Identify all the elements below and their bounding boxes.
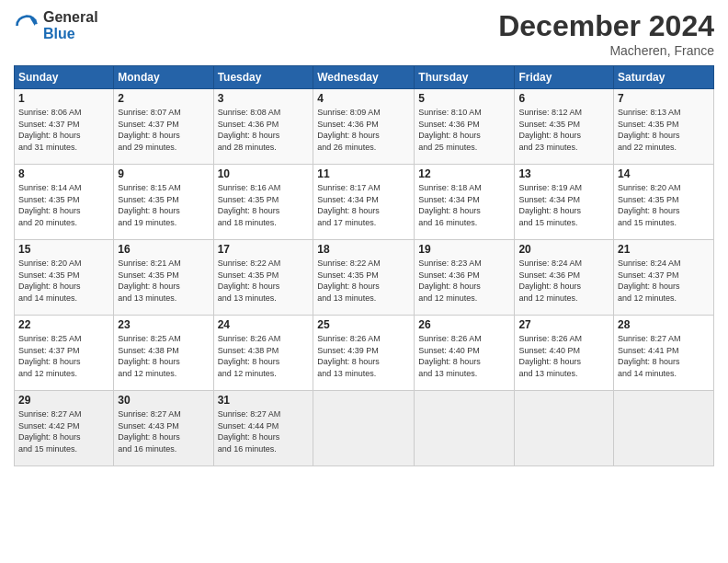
day-info: Sunrise: 8:08 AM Sunset: 4:36 PM Dayligh… xyxy=(218,107,310,153)
day-number: 29 xyxy=(18,394,109,407)
day-number: 25 xyxy=(317,318,410,331)
day-number: 10 xyxy=(218,167,310,180)
day-info: Sunrise: 8:26 AM Sunset: 4:40 PM Dayligh… xyxy=(518,333,609,379)
day-number: 28 xyxy=(618,318,710,331)
table-row: 18 Sunrise: 8:22 AM Sunset: 4:35 PM Dayl… xyxy=(313,240,415,316)
col-friday: Friday xyxy=(515,66,614,89)
col-tuesday: Tuesday xyxy=(213,66,313,89)
day-info: Sunrise: 8:14 AM Sunset: 4:35 PM Dayligh… xyxy=(18,182,109,228)
location: Macheren, France xyxy=(498,43,714,58)
day-number: 7 xyxy=(618,92,710,105)
table-row: 27 Sunrise: 8:26 AM Sunset: 4:40 PM Dayl… xyxy=(515,316,614,391)
day-number: 13 xyxy=(518,167,609,180)
day-info: Sunrise: 8:26 AM Sunset: 4:40 PM Dayligh… xyxy=(418,333,510,379)
table-row: 28 Sunrise: 8:27 AM Sunset: 4:41 PM Dayl… xyxy=(614,316,714,391)
day-number: 22 xyxy=(18,318,109,331)
day-number: 23 xyxy=(118,318,209,331)
calendar-header-row: Sunday Monday Tuesday Wednesday Thursday… xyxy=(15,66,714,89)
day-number: 30 xyxy=(118,394,209,407)
title-block: December 2024 Macheren, France xyxy=(498,9,714,58)
table-row: 7 Sunrise: 8:13 AM Sunset: 4:35 PM Dayli… xyxy=(614,89,714,165)
table-row: 26 Sunrise: 8:26 AM Sunset: 4:40 PM Dayl… xyxy=(415,316,515,391)
logo-blue-text: Blue xyxy=(43,26,98,42)
day-info: Sunrise: 8:26 AM Sunset: 4:39 PM Dayligh… xyxy=(317,333,410,379)
table-row: 13 Sunrise: 8:19 AM Sunset: 4:34 PM Dayl… xyxy=(515,165,614,240)
day-number: 6 xyxy=(518,92,609,105)
day-number: 21 xyxy=(618,243,710,256)
table-row: 8 Sunrise: 8:14 AM Sunset: 4:35 PM Dayli… xyxy=(15,165,114,240)
logo-text: General Blue xyxy=(43,9,98,41)
day-number: 27 xyxy=(518,318,609,331)
day-info: Sunrise: 8:16 AM Sunset: 4:35 PM Dayligh… xyxy=(218,182,310,228)
table-row: 24 Sunrise: 8:26 AM Sunset: 4:38 PM Dayl… xyxy=(213,316,313,391)
day-info: Sunrise: 8:23 AM Sunset: 4:36 PM Dayligh… xyxy=(418,258,510,304)
col-thursday: Thursday xyxy=(415,66,515,89)
day-info: Sunrise: 8:06 AM Sunset: 4:37 PM Dayligh… xyxy=(18,107,109,153)
day-info: Sunrise: 8:20 AM Sunset: 4:35 PM Dayligh… xyxy=(618,182,710,228)
table-row: 14 Sunrise: 8:20 AM Sunset: 4:35 PM Dayl… xyxy=(614,165,714,240)
table-row xyxy=(415,391,515,466)
day-info: Sunrise: 8:27 AM Sunset: 4:43 PM Dayligh… xyxy=(118,408,209,454)
day-info: Sunrise: 8:26 AM Sunset: 4:38 PM Dayligh… xyxy=(218,333,310,379)
table-row: 25 Sunrise: 8:26 AM Sunset: 4:39 PM Dayl… xyxy=(313,316,415,391)
day-number: 5 xyxy=(418,92,510,105)
calendar-week-row: 22 Sunrise: 8:25 AM Sunset: 4:37 PM Dayl… xyxy=(15,316,714,391)
day-number: 3 xyxy=(218,92,310,105)
day-number: 2 xyxy=(118,92,209,105)
day-number: 18 xyxy=(317,243,410,256)
day-info: Sunrise: 8:18 AM Sunset: 4:34 PM Dayligh… xyxy=(418,182,510,228)
table-row: 1 Sunrise: 8:06 AM Sunset: 4:37 PM Dayli… xyxy=(15,89,114,165)
table-row: 29 Sunrise: 8:27 AM Sunset: 4:42 PM Dayl… xyxy=(15,391,114,466)
table-row: 16 Sunrise: 8:21 AM Sunset: 4:35 PM Dayl… xyxy=(114,240,213,316)
calendar-week-row: 8 Sunrise: 8:14 AM Sunset: 4:35 PM Dayli… xyxy=(15,165,714,240)
table-row: 21 Sunrise: 8:24 AM Sunset: 4:37 PM Dayl… xyxy=(614,240,714,316)
day-number: 9 xyxy=(118,167,209,180)
day-info: Sunrise: 8:19 AM Sunset: 4:34 PM Dayligh… xyxy=(518,182,609,228)
table-row: 17 Sunrise: 8:22 AM Sunset: 4:35 PM Dayl… xyxy=(213,240,313,316)
table-row: 6 Sunrise: 8:12 AM Sunset: 4:35 PM Dayli… xyxy=(515,89,614,165)
day-number: 8 xyxy=(18,167,109,180)
table-row: 22 Sunrise: 8:25 AM Sunset: 4:37 PM Dayl… xyxy=(15,316,114,391)
day-number: 14 xyxy=(618,167,710,180)
table-row: 30 Sunrise: 8:27 AM Sunset: 4:43 PM Dayl… xyxy=(114,391,213,466)
header: General Blue December 2024 Macheren, Fra… xyxy=(14,9,714,58)
day-number: 24 xyxy=(218,318,310,331)
day-number: 16 xyxy=(118,243,209,256)
col-saturday: Saturday xyxy=(614,66,714,89)
day-number: 1 xyxy=(18,92,109,105)
calendar-table: Sunday Monday Tuesday Wednesday Thursday… xyxy=(14,65,714,466)
day-info: Sunrise: 8:13 AM Sunset: 4:35 PM Dayligh… xyxy=(618,107,710,153)
table-row xyxy=(614,391,714,466)
month-title: December 2024 xyxy=(498,9,714,43)
day-info: Sunrise: 8:15 AM Sunset: 4:35 PM Dayligh… xyxy=(118,182,209,228)
day-info: Sunrise: 8:25 AM Sunset: 4:37 PM Dayligh… xyxy=(18,333,109,379)
day-info: Sunrise: 8:21 AM Sunset: 4:35 PM Dayligh… xyxy=(118,258,209,304)
table-row: 20 Sunrise: 8:24 AM Sunset: 4:36 PM Dayl… xyxy=(515,240,614,316)
day-info: Sunrise: 8:27 AM Sunset: 4:44 PM Dayligh… xyxy=(218,408,310,454)
day-info: Sunrise: 8:12 AM Sunset: 4:35 PM Dayligh… xyxy=(518,107,609,153)
day-info: Sunrise: 8:25 AM Sunset: 4:38 PM Dayligh… xyxy=(118,333,209,379)
calendar-week-row: 29 Sunrise: 8:27 AM Sunset: 4:42 PM Dayl… xyxy=(15,391,714,466)
table-row: 12 Sunrise: 8:18 AM Sunset: 4:34 PM Dayl… xyxy=(415,165,515,240)
logo-icon xyxy=(14,13,40,39)
day-info: Sunrise: 8:24 AM Sunset: 4:36 PM Dayligh… xyxy=(518,258,609,304)
day-number: 11 xyxy=(317,167,410,180)
logo-general-text: General xyxy=(43,9,98,26)
calendar-week-row: 1 Sunrise: 8:06 AM Sunset: 4:37 PM Dayli… xyxy=(15,89,714,165)
day-number: 31 xyxy=(218,394,310,407)
day-info: Sunrise: 8:10 AM Sunset: 4:36 PM Dayligh… xyxy=(418,107,510,153)
day-number: 20 xyxy=(518,243,609,256)
day-info: Sunrise: 8:24 AM Sunset: 4:37 PM Dayligh… xyxy=(618,258,710,304)
day-number: 26 xyxy=(418,318,510,331)
table-row: 3 Sunrise: 8:08 AM Sunset: 4:36 PM Dayli… xyxy=(213,89,313,165)
col-monday: Monday xyxy=(114,66,213,89)
table-row: 9 Sunrise: 8:15 AM Sunset: 4:35 PM Dayli… xyxy=(114,165,213,240)
day-info: Sunrise: 8:09 AM Sunset: 4:36 PM Dayligh… xyxy=(317,107,410,153)
day-number: 12 xyxy=(418,167,510,180)
col-sunday: Sunday xyxy=(15,66,114,89)
table-row: 5 Sunrise: 8:10 AM Sunset: 4:36 PM Dayli… xyxy=(415,89,515,165)
day-number: 4 xyxy=(317,92,410,105)
day-number: 15 xyxy=(18,243,109,256)
table-row: 31 Sunrise: 8:27 AM Sunset: 4:44 PM Dayl… xyxy=(213,391,313,466)
day-info: Sunrise: 8:17 AM Sunset: 4:34 PM Dayligh… xyxy=(317,182,410,228)
